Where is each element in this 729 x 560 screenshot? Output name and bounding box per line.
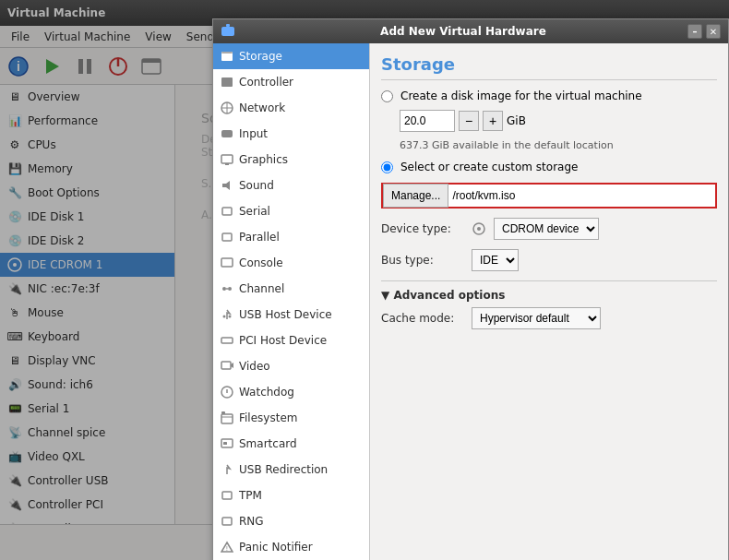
svg-rect-32 [221,362,231,369]
radio-custom-storage[interactable] [381,161,393,173]
hw-item-sound-label: Sound [239,179,274,192]
dialog-title-bar: Add New Virtual Hardware – ✕ [213,19,728,43]
hw-panel-title-text: Storage [381,54,455,74]
svg-rect-39 [223,442,227,445]
svg-text:!: ! [226,545,229,553]
hw-list-item-serial[interactable]: Serial [213,198,369,224]
disk-size-plus-btn[interactable]: + [483,111,503,131]
hw-item-serial-label: Serial [239,205,270,218]
svg-rect-12 [226,24,230,27]
hw-list-item-pci-host[interactable]: PCI Host Device [213,328,369,353]
hw-panel-title: Storage [381,54,717,80]
hw-list-item-storage[interactable]: Storage [213,43,369,69]
hw-list-item-sound[interactable]: Sound [213,173,369,198]
hw-item-video-label: Video [239,360,270,373]
hw-item-network-label: Network [239,101,285,114]
bus-type-row: Bus type: IDE [381,249,717,271]
svg-rect-24 [222,233,232,241]
dialog-minimize-button[interactable]: – [687,24,702,39]
svg-rect-19 [221,130,233,137]
hw-list-item-watchdog[interactable]: Watchdog [213,379,369,405]
manage-label: Manage... [391,189,440,202]
dialog-title-icon [221,24,239,39]
svg-rect-37 [221,411,225,414]
storage-options: Create a disk image for the virtual mach… [381,89,717,151]
hw-list-item-console[interactable]: Console [213,250,369,276]
hw-item-usb-host-label: USB Host Device [239,308,332,321]
hw-list-item-video[interactable]: Video [213,353,369,379]
dialog-close-button[interactable]: ✕ [706,24,721,39]
radio-custom-label: Select or create custom storage [400,161,578,173]
hw-list-item-input[interactable]: Input [213,121,369,147]
device-type-row: Device type: CDROM device [381,218,717,240]
hw-list-item-filesystem[interactable]: Filesystem [213,405,369,431]
disk-unit-label: GiB [507,114,526,127]
hw-list: Storage Controller Network Input Graphic… [213,43,370,560]
radio-create-disk-label: Create a disk image for the virtual mach… [400,89,642,102]
hw-list-item-network[interactable]: Network [213,95,369,121]
svg-point-27 [228,287,232,291]
cache-mode-row: Cache mode: Hypervisor default [381,307,717,329]
hw-list-item-graphics[interactable]: Graphics [213,147,369,173]
svg-marker-22 [222,181,230,190]
svg-rect-41 [222,518,232,525]
device-type-label: Device type: [381,222,464,235]
hw-item-parallel-label: Parallel [239,231,280,244]
hw-list-item-controller[interactable]: Controller [213,69,369,95]
bus-type-select[interactable]: IDE [472,249,519,271]
advanced-section: ▼ Advanced options Cache mode: Hyperviso… [381,280,717,329]
cache-mode-select[interactable]: Hypervisor default [472,307,601,329]
svg-point-29 [223,316,226,318]
hw-item-channel-label: Channel [239,282,284,295]
svg-rect-14 [221,52,233,54]
manage-button[interactable]: Manage... [383,184,448,208]
svg-rect-21 [225,163,229,165]
device-type-select[interactable]: CDROM device [494,218,599,240]
svg-rect-11 [221,27,234,36]
hw-list-item-panic-notifier[interactable]: ! Panic Notifier [213,534,369,560]
hw-list-item-usb-host[interactable]: USB Host Device [213,302,369,328]
disk-size-input[interactable] [400,110,455,132]
svg-rect-23 [222,208,232,215]
radio-custom-storage-row: Select or create custom storage [381,161,717,173]
svg-rect-15 [221,77,233,87]
svg-rect-36 [221,414,233,423]
storage-path-input[interactable] [448,185,715,207]
cache-mode-label: Cache mode: [381,312,464,325]
dialog-body: Storage Controller Network Input Graphic… [213,43,728,560]
hw-item-filesystem-label: Filesystem [239,411,297,424]
hw-item-graphics-label: Graphics [239,153,288,166]
hw-item-controller-label: Controller [239,76,293,89]
advanced-title: ▼ Advanced options [381,289,717,302]
hw-item-pci-host-label: PCI Host Device [239,334,327,347]
svg-rect-20 [221,155,233,163]
cdrom-device-icon [472,221,486,236]
hw-item-tpm-label: TPM [239,489,262,502]
radio-create-disk[interactable] [381,90,393,102]
hw-list-item-smartcard[interactable]: Smartcard [213,431,369,457]
dialog-title-text: Add New Virtual Hardware [380,25,546,38]
hw-list-item-tpm[interactable]: TPM [213,483,369,508]
disk-size-minus-btn[interactable]: − [459,111,479,131]
bus-type-label: Bus type: [381,254,464,267]
svg-point-45 [477,227,481,231]
svg-rect-25 [221,258,233,267]
hw-item-rng-label: RNG [239,515,264,528]
hw-item-watchdog-label: Watchdog [239,386,294,399]
add-hw-dialog: Add New Virtual Hardware – ✕ Storage Con… [212,18,729,560]
hw-panel: Storage Create a disk image for the virt… [370,43,728,560]
hw-list-item-parallel[interactable]: Parallel [213,224,369,250]
svg-point-26 [222,287,226,291]
hw-item-input-label: Input [239,127,268,140]
radio-create-disk-row: Create a disk image for the virtual mach… [381,89,717,102]
svg-rect-31 [221,338,233,343]
hw-item-smartcard-label: Smartcard [239,437,297,450]
hw-list-item-rng[interactable]: RNG [213,508,369,534]
hw-list-item-usb-redir[interactable]: USB Redirection [213,457,369,483]
hw-list-item-channel[interactable]: Channel [213,276,369,302]
svg-point-30 [229,316,232,318]
available-text: 637.3 GiB available in the default locat… [400,139,717,151]
storage-path-box: Manage... [381,183,717,209]
custom-storage-row: Manage... [381,183,717,209]
hw-item-storage-label: Storage [239,50,282,63]
